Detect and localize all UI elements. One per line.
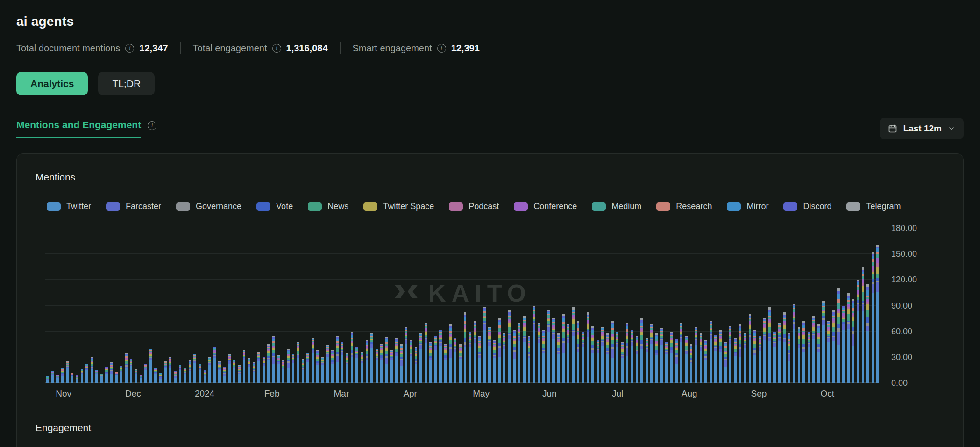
- mention-bar[interactable]: [710, 321, 712, 383]
- mention-bar[interactable]: [798, 327, 801, 383]
- legend-item-research[interactable]: Research: [656, 202, 712, 211]
- mention-bar[interactable]: [208, 357, 211, 383]
- mention-bar[interactable]: [483, 307, 486, 383]
- mention-bar[interactable]: [302, 359, 305, 383]
- mention-bar[interactable]: [778, 323, 781, 383]
- mention-bar[interactable]: [567, 324, 570, 383]
- info-icon[interactable]: i: [437, 44, 446, 53]
- mention-bar[interactable]: [444, 344, 447, 383]
- mention-bar[interactable]: [562, 314, 565, 383]
- legend-item-mirror[interactable]: Mirror: [727, 202, 768, 211]
- mention-bar[interactable]: [704, 340, 707, 383]
- mention-bar[interactable]: [597, 340, 599, 383]
- mention-bar[interactable]: [233, 360, 236, 383]
- mention-bar[interactable]: [601, 327, 604, 383]
- mention-bar[interactable]: [130, 359, 133, 383]
- mention-bar[interactable]: [862, 267, 865, 383]
- mention-bar[interactable]: [665, 342, 668, 383]
- mention-bar[interactable]: [405, 327, 408, 383]
- mention-bar[interactable]: [341, 342, 344, 383]
- mention-bar[interactable]: [248, 358, 250, 383]
- mention-bar[interactable]: [474, 321, 476, 383]
- mention-bar[interactable]: [81, 369, 84, 383]
- mention-bar[interactable]: [355, 347, 358, 383]
- mention-bar[interactable]: [243, 350, 246, 383]
- mention-bar[interactable]: [700, 333, 703, 383]
- mention-bar[interactable]: [385, 337, 388, 383]
- mention-bar[interactable]: [631, 330, 633, 383]
- legend-item-governance[interactable]: Governance: [176, 202, 241, 211]
- mention-bar[interactable]: [832, 310, 835, 383]
- mention-bar[interactable]: [370, 333, 373, 383]
- tab-analytics[interactable]: Analytics: [16, 72, 88, 95]
- mention-bar[interactable]: [66, 361, 69, 383]
- mention-bar[interactable]: [297, 342, 299, 383]
- mention-bar[interactable]: [61, 368, 64, 383]
- mention-bar[interactable]: [429, 342, 432, 383]
- mention-bar[interactable]: [223, 367, 226, 383]
- mention-bar[interactable]: [366, 340, 369, 383]
- mention-bar[interactable]: [140, 375, 142, 383]
- mention-bar[interactable]: [616, 332, 619, 383]
- mention-bar[interactable]: [376, 349, 378, 383]
- mention-bar[interactable]: [753, 330, 756, 383]
- mention-bar[interactable]: [503, 333, 506, 383]
- mention-bar[interactable]: [538, 323, 540, 383]
- legend-item-twitter[interactable]: Twitter: [47, 202, 91, 211]
- legend-item-telegram[interactable]: Telegram: [846, 202, 901, 211]
- mention-bar[interactable]: [734, 338, 737, 383]
- mention-bar[interactable]: [640, 318, 643, 383]
- mention-bar[interactable]: [577, 321, 580, 383]
- mention-bar[interactable]: [228, 354, 231, 383]
- mention-bar[interactable]: [729, 326, 732, 383]
- mention-bar[interactable]: [410, 340, 412, 383]
- mention-bar[interactable]: [380, 344, 383, 383]
- mention-bar[interactable]: [719, 330, 722, 383]
- mention-bar[interactable]: [76, 375, 78, 383]
- mention-bar[interactable]: [193, 354, 196, 383]
- mention-bar[interactable]: [695, 327, 697, 383]
- mention-bar[interactable]: [351, 332, 354, 383]
- mention-bar[interactable]: [513, 330, 516, 383]
- mention-bar[interactable]: [154, 368, 157, 383]
- mention-bar[interactable]: [749, 314, 752, 383]
- mention-bar[interactable]: [533, 306, 535, 383]
- mention-bar[interactable]: [316, 350, 319, 383]
- mention-bar[interactable]: [459, 344, 462, 383]
- mention-bar[interactable]: [493, 340, 496, 383]
- mention-bar[interactable]: [847, 293, 850, 383]
- legend-item-twitter-space[interactable]: Twitter Space: [363, 202, 434, 211]
- mention-bar[interactable]: [876, 245, 879, 383]
- mention-bar[interactable]: [454, 338, 457, 383]
- mention-bar[interactable]: [587, 312, 589, 383]
- mention-bar[interactable]: [282, 360, 285, 383]
- mention-bar[interactable]: [812, 316, 815, 383]
- mention-bar[interactable]: [51, 371, 54, 383]
- mention-bar[interactable]: [174, 371, 177, 383]
- legend-item-farcaster[interactable]: Farcaster: [106, 202, 161, 211]
- mention-bar[interactable]: [488, 327, 491, 383]
- mention-bar[interactable]: [213, 347, 216, 383]
- mention-bar[interactable]: [606, 333, 609, 383]
- mention-bar[interactable]: [189, 360, 192, 383]
- mention-bar[interactable]: [267, 344, 270, 383]
- mention-bar[interactable]: [257, 352, 260, 383]
- mention-bar[interactable]: [547, 310, 550, 383]
- mention-bar[interactable]: [817, 324, 820, 383]
- mention-bar[interactable]: [125, 353, 128, 383]
- mention-bar[interactable]: [425, 323, 427, 383]
- mention-bar[interactable]: [110, 362, 113, 383]
- mention-bar[interactable]: [626, 323, 629, 383]
- mention-bar[interactable]: [115, 372, 118, 383]
- mention-bar[interactable]: [277, 355, 280, 383]
- mention-bar[interactable]: [498, 318, 501, 383]
- mention-bar[interactable]: [872, 252, 874, 383]
- mention-bar[interactable]: [759, 336, 761, 383]
- mention-bar[interactable]: [46, 376, 49, 383]
- legend-item-medium[interactable]: Medium: [592, 202, 641, 211]
- mention-bar[interactable]: [263, 357, 265, 383]
- mention-bar[interactable]: [164, 361, 167, 383]
- mention-bar[interactable]: [439, 330, 442, 383]
- mention-bar[interactable]: [91, 357, 93, 383]
- mention-bar[interactable]: [415, 347, 418, 383]
